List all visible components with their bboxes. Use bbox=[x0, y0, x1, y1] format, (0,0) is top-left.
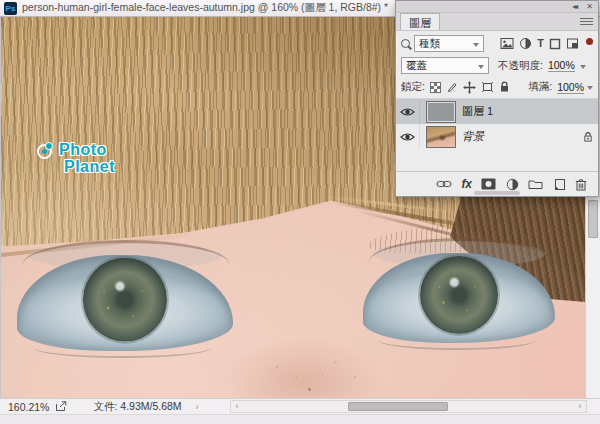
horizontal-scrollbar-thumb[interactable] bbox=[348, 402, 448, 411]
filter-kind-dropdown[interactable]: 種類 bbox=[414, 35, 484, 52]
panel-tab-bar: 圖層 bbox=[396, 13, 598, 31]
fill-value[interactable]: 100% bbox=[557, 81, 584, 94]
photoshop-app-icon: Ps bbox=[4, 2, 17, 15]
type-layer-filter-icon[interactable]: T bbox=[537, 37, 544, 50]
window-bottom-edge bbox=[0, 414, 600, 424]
horizontal-scrollbar-track[interactable] bbox=[243, 401, 574, 412]
pixel-layer-filter-icon[interactable] bbox=[500, 37, 514, 50]
layer-list: 圖層 1 背景 bbox=[396, 99, 598, 149]
lock-fill-row: 鎖定: 填滿: 100% bbox=[396, 77, 598, 99]
lock-label: 鎖定: bbox=[401, 80, 425, 94]
photo-left-eye-iris bbox=[83, 258, 167, 342]
layer-thumbnail[interactable] bbox=[426, 101, 456, 123]
file-size-info: 文件: 4.93M/5.68M bbox=[93, 400, 181, 414]
new-group-folder-icon[interactable] bbox=[528, 178, 543, 190]
collapse-panel-icon[interactable]: ◂◂ bbox=[572, 2, 576, 11]
adjustment-layer-filter-icon[interactable] bbox=[519, 37, 532, 50]
blend-opacity-row: 覆蓋 不透明度: 100% bbox=[396, 55, 598, 77]
layer-name[interactable]: 圖層 1 bbox=[462, 104, 493, 119]
document-title: person-human-girl-female-face-leaves-aut… bbox=[22, 1, 388, 15]
layer-row-background[interactable]: 背景 bbox=[396, 124, 598, 149]
zoom-level-field[interactable]: 160.21% bbox=[8, 401, 49, 413]
layer-name[interactable]: 背景 bbox=[462, 129, 484, 144]
lock-all-padlock-icon[interactable] bbox=[499, 81, 510, 93]
opacity-label: 不透明度: bbox=[498, 59, 543, 73]
lock-artboard-icon[interactable] bbox=[481, 81, 494, 93]
layers-panel: ◂◂ ✕ 圖層 種類 T bbox=[395, 0, 599, 197]
lock-pixels-brush-icon[interactable] bbox=[446, 81, 458, 93]
link-layers-icon[interactable] bbox=[436, 179, 452, 189]
layer-filter-icons: T bbox=[500, 37, 593, 50]
watermark: Photo Planet bbox=[59, 141, 115, 175]
panel-title-strip[interactable]: ◂◂ ✕ bbox=[396, 1, 598, 13]
lock-transparency-icon[interactable] bbox=[430, 82, 441, 93]
photo-left-eye bbox=[17, 255, 233, 351]
shape-layer-filter-icon[interactable] bbox=[549, 38, 561, 50]
add-layer-mask-icon[interactable] bbox=[481, 178, 496, 190]
delete-layer-trash-icon[interactable] bbox=[575, 178, 587, 191]
share-export-icon[interactable] bbox=[55, 401, 67, 412]
watermark-line2: Planet bbox=[64, 158, 115, 175]
chevron-down-icon[interactable] bbox=[580, 65, 586, 72]
watermark-camera-icon bbox=[37, 144, 52, 159]
blend-mode-dropdown[interactable]: 覆蓋 bbox=[401, 57, 489, 74]
new-layer-icon[interactable] bbox=[553, 178, 566, 191]
close-panel-icon[interactable]: ✕ bbox=[586, 2, 593, 11]
photo-right-eye bbox=[363, 253, 555, 343]
visibility-eye-icon[interactable] bbox=[396, 124, 420, 149]
new-adjustment-layer-icon[interactable] bbox=[506, 178, 519, 191]
scroll-right-arrow-icon[interactable]: › bbox=[574, 401, 586, 412]
visibility-eye-icon[interactable] bbox=[396, 99, 420, 124]
status-popup-arrow-icon[interactable]: › bbox=[196, 402, 199, 412]
layer-style-fx-icon[interactable]: fx bbox=[461, 177, 472, 191]
fill-label: 填滿: bbox=[528, 80, 552, 94]
search-icon bbox=[401, 39, 410, 48]
smart-object-filter-icon[interactable] bbox=[566, 37, 579, 50]
opacity-value[interactable]: 100% bbox=[548, 59, 575, 72]
filter-kind-value: 種類 bbox=[419, 37, 440, 51]
photoshop-document-window: Ps person-human-girl-female-face-leaves-… bbox=[0, 0, 600, 424]
fill-group: 填滿: 100% bbox=[528, 80, 593, 94]
chevron-down-icon bbox=[478, 65, 484, 72]
panel-resize-grip[interactable] bbox=[474, 191, 520, 195]
panel-menu-icon[interactable] bbox=[580, 17, 593, 27]
photo-freckles bbox=[251, 347, 381, 397]
layer-thumbnail[interactable] bbox=[426, 126, 456, 148]
filter-toggle-icon[interactable] bbox=[586, 38, 593, 45]
blend-mode-value: 覆蓋 bbox=[406, 59, 427, 73]
lock-position-move-icon[interactable] bbox=[463, 81, 476, 94]
chevron-down-icon[interactable] bbox=[587, 86, 593, 93]
background-lock-icon[interactable] bbox=[583, 131, 593, 143]
tab-layers[interactable]: 圖層 bbox=[400, 13, 440, 30]
watermark-line1: Photo bbox=[59, 141, 115, 158]
scroll-left-arrow-icon[interactable]: ‹ bbox=[231, 401, 243, 412]
horizontal-scrollbar[interactable]: ‹ › bbox=[230, 400, 587, 413]
chevron-down-icon bbox=[473, 43, 479, 50]
photo-right-eye-iris bbox=[420, 256, 498, 334]
layer-row-layer1[interactable]: 圖層 1 bbox=[396, 99, 598, 124]
layer-filter-row: 種類 T bbox=[396, 31, 598, 55]
vertical-scrollbar-thumb[interactable] bbox=[588, 200, 598, 238]
status-bar: 160.21% 文件: 4.93M/5.68M › ‹ › bbox=[0, 398, 600, 414]
